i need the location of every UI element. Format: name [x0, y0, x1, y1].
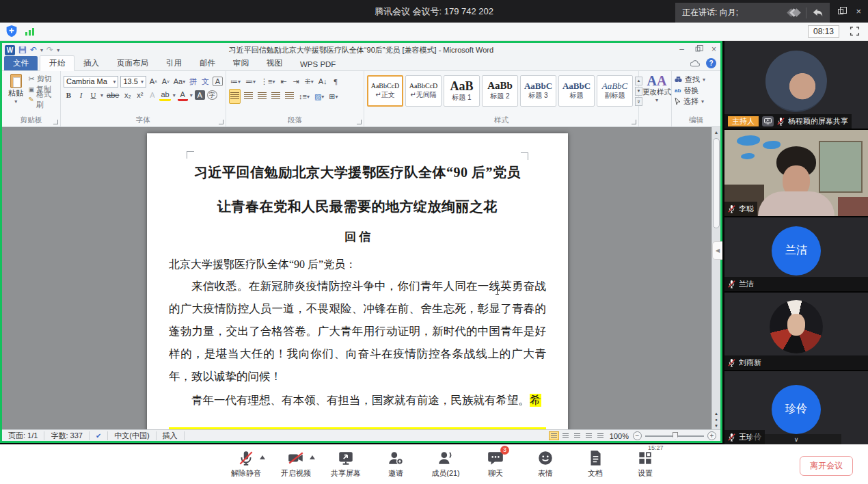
grow-font-button[interactable]: A˄ [148, 75, 159, 88]
share-screen-button[interactable]: 共享屏幕 [329, 449, 362, 479]
font-size-combo[interactable]: 13.5▾ [120, 76, 146, 88]
font-dialog-launcher[interactable] [219, 120, 223, 124]
settings-button[interactable]: 设置 [629, 449, 662, 479]
draft-view-button[interactable] [595, 431, 606, 440]
style-no-spacing[interactable]: AaBbCcD ↵无间隔 [405, 75, 442, 107]
line-spacing-button[interactable]: ↕≡▾ [297, 90, 311, 103]
web-layout-view-button[interactable] [572, 431, 582, 440]
outline-view-button[interactable] [584, 431, 594, 440]
change-styles-button[interactable]: AA 更改样式 ▾ [642, 74, 672, 103]
previous-page-button[interactable]: ▲ [714, 412, 718, 416]
zoom-out-button[interactable]: − [633, 431, 642, 440]
style-heading2[interactable]: AaBb 标题 2 [482, 75, 518, 107]
word-count[interactable]: 字数: 337 [44, 431, 89, 440]
word-close-button[interactable]: × [711, 45, 716, 53]
cut-button[interactable]: ✂剪切 [29, 74, 57, 84]
print-layout-view-button[interactable] [549, 431, 559, 440]
participant-tile-video[interactable]: 李聪 [724, 130, 868, 216]
word-logo-icon[interactable]: W [5, 45, 15, 55]
tab-home[interactable]: 开始 [40, 55, 74, 71]
paste-button[interactable]: 粘贴 ▾ [5, 74, 27, 105]
restore-button[interactable] [838, 9, 843, 14]
decrease-indent-button[interactable]: ⇤ [278, 75, 288, 88]
participant-tile[interactable]: 珍伶 王珍伶 ∨ [724, 371, 868, 444]
select-button[interactable]: 选择▾ [675, 96, 718, 107]
word-minimize-button[interactable]: – [679, 45, 684, 53]
clipboard-dialog-launcher[interactable] [53, 120, 58, 124]
text-effects-button[interactable]: A [147, 89, 157, 101]
vertical-scrollbar[interactable]: ▲ ▲ ● ▼ [711, 127, 720, 429]
docs-button[interactable]: 文档 [579, 449, 612, 479]
strikethrough-button[interactable]: abe [105, 89, 120, 101]
characters-button[interactable]: 文 [200, 75, 211, 88]
paragraph-dialog-launcher[interactable] [357, 120, 362, 124]
font-color-button[interactable]: A [178, 89, 188, 101]
shading-button[interactable]: ▨▾ [313, 90, 325, 103]
underline-button[interactable]: U [88, 89, 98, 101]
page-indicator[interactable]: 页面: 1/1 [2, 431, 44, 440]
zoom-in-button[interactable]: + [707, 431, 716, 440]
bullets-button[interactable]: ≔▾ [229, 75, 242, 88]
italic-button[interactable]: I [76, 89, 86, 101]
numbering-button[interactable]: ≕▾ [244, 75, 257, 88]
character-shading-button[interactable]: A [195, 90, 205, 100]
tab-review[interactable]: 审阅 [224, 56, 258, 70]
align-left-button[interactable] [229, 89, 241, 104]
undo-icon[interactable]: ↶ [30, 46, 37, 54]
sidebar-collapse-chevron[interactable]: ∨ [751, 434, 841, 444]
increase-indent-button[interactable]: ⇥ [290, 75, 301, 88]
reply-arrow-icon[interactable] [813, 8, 823, 17]
borders-button[interactable]: ⊞▾ [327, 90, 339, 103]
start-video-button[interactable]: 开启视频 [280, 449, 312, 479]
document-canvas[interactable]: 习近平回信勉励北京大学援鄂医疗队全体“90 后”党员 让青春在党和人民最需要的地… [2, 127, 720, 429]
style-title[interactable]: AaBbC 标题 [558, 75, 595, 107]
highlight-color-button[interactable]: ab [159, 89, 170, 101]
participant-tile[interactable]: 兰洁 兰洁 [724, 217, 868, 291]
phonetic-guide-button[interactable]: 拼 [188, 75, 198, 88]
participant-tile-host[interactable]: 主持人 杨程颖的屏幕共享 [724, 41, 868, 129]
tab-mailings[interactable]: 邮件 [191, 56, 224, 70]
tab-view[interactable]: 视图 [258, 56, 291, 70]
style-normal[interactable]: AaBbCcD ↵正文 [367, 75, 403, 107]
scroll-up-arrow[interactable]: ▲ [714, 127, 719, 137]
save-icon[interactable] [18, 46, 27, 54]
enclose-characters-button[interactable]: 字 [207, 90, 217, 100]
fullscreen-reading-view-button[interactable] [560, 431, 571, 440]
align-center-button[interactable] [243, 89, 254, 104]
security-shield-icon[interactable] [5, 25, 18, 38]
sync-cloud-icon[interactable] [690, 60, 700, 67]
scrollbar-thumb[interactable] [713, 138, 720, 228]
insert-mode-indicator[interactable]: 插入 [157, 431, 185, 440]
sort-button[interactable]: A↓ [317, 75, 329, 88]
zoom-level[interactable]: 100% [610, 432, 629, 440]
style-heading3[interactable]: AaBbC 标题 3 [520, 75, 556, 107]
asian-layout-button[interactable]: ⁜▾ [303, 75, 314, 88]
zoom-thumb[interactable] [673, 432, 678, 440]
invite-button[interactable]: 邀请 [379, 449, 412, 479]
tab-references[interactable]: 引用 [157, 56, 191, 70]
video-options-caret[interactable] [310, 455, 315, 459]
align-right-button[interactable] [256, 89, 268, 104]
next-page-button[interactable]: ▼ [714, 424, 718, 428]
style-subtitle[interactable]: AaBbC 副标题 [597, 75, 633, 107]
participant-tile[interactable]: 刘雨新 [724, 293, 868, 370]
distributed-button[interactable] [284, 89, 295, 104]
undo-dropdown-caret[interactable]: ▾ [40, 47, 43, 53]
justify-button[interactable] [270, 89, 282, 104]
word-restore-button[interactable] [696, 47, 701, 52]
reactions-button[interactable]: 表情 [529, 449, 562, 479]
multilevel-list-button[interactable]: ⋮≡▾ [259, 75, 276, 88]
language-indicator[interactable]: 中文(中国) [108, 431, 156, 440]
tab-insert[interactable]: 插入 [74, 56, 108, 70]
sidebar-collapse-handle[interactable]: ◀ [712, 241, 722, 260]
select-browse-object-button[interactable]: ● [715, 418, 718, 422]
change-case-button[interactable]: Aa▾ [173, 75, 186, 88]
subscript-button[interactable]: x₂ [122, 89, 133, 101]
shrink-font-button[interactable]: A˅ [161, 75, 171, 88]
styles-dialog-launcher[interactable] [632, 120, 636, 124]
font-family-combo[interactable]: Cambria Ma▾ [64, 76, 118, 88]
find-button[interactable]: 查找▾ [675, 74, 718, 85]
qat-customize-caret[interactable]: ▾ [57, 47, 59, 53]
superscript-button[interactable]: x² [135, 89, 145, 101]
replace-button[interactable]: ab 替换 [675, 85, 718, 96]
